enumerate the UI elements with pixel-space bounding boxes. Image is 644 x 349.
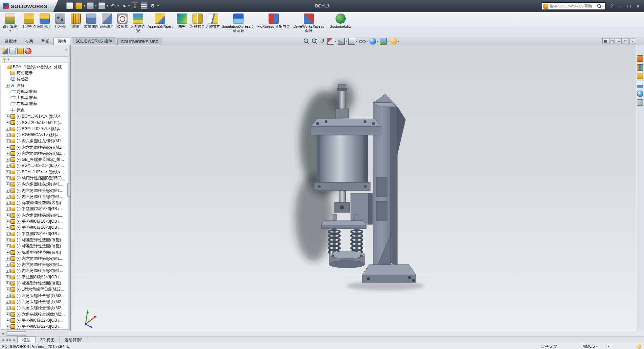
tree-item[interactable]: + (-) 平垫圈C级16×3[GB /... bbox=[1, 218, 68, 224]
expander-icon[interactable]: + bbox=[6, 226, 9, 229]
save-icon[interactable] bbox=[87, 2, 94, 9]
scroll-left-icon[interactable]: ◀ bbox=[0, 331, 5, 336]
expander-icon[interactable]: + bbox=[6, 288, 9, 291]
study-tab[interactable]: 运动算例1 bbox=[60, 336, 88, 343]
tree-item[interactable]: + (-) 内六角圆柱头螺钉M1... bbox=[1, 194, 68, 200]
zoom-area-icon[interactable] bbox=[311, 38, 318, 45]
expander-icon[interactable]: + bbox=[6, 158, 9, 161]
tree-item[interactable]: + (-) BGYLJ-01<1> (默认< bbox=[1, 113, 68, 119]
file-properties-icon[interactable] bbox=[141, 2, 147, 9]
graphics-viewport[interactable] bbox=[70, 45, 636, 331]
dropdown-caret-icon[interactable]: ▼ bbox=[345, 40, 347, 43]
expander-icon[interactable]: + bbox=[6, 201, 9, 205]
ribbon-button[interactable]: SimulationXpress 分析向导 bbox=[221, 12, 256, 37]
rebuild-icon[interactable] bbox=[132, 2, 138, 9]
tree-item[interactable]: + (-) GB_杆端关节轴承_带... bbox=[1, 156, 68, 163]
custom-properties-icon[interactable] bbox=[637, 99, 643, 106]
expander-icon[interactable]: + bbox=[6, 195, 9, 199]
zoom-fit-icon[interactable] bbox=[303, 38, 310, 45]
expander-icon[interactable]: + bbox=[6, 182, 9, 186]
ribbon-button[interactable]: 间隙验证 bbox=[37, 12, 52, 37]
tree-item[interactable]: + 传感器 bbox=[1, 76, 68, 82]
close-window-icon[interactable]: × bbox=[629, 38, 635, 44]
tree-item[interactable]: + (-) BGYLJ-020<1> (默认... bbox=[1, 126, 68, 132]
tree-item[interactable]: + (-) HGH55CA<1> (默认... bbox=[1, 132, 68, 138]
tree-item[interactable]: + BGYLJ (默认<<默认>_外观... bbox=[1, 64, 68, 70]
tree-item[interactable]: + (-) 内六角圆柱头螺钉M1... bbox=[1, 268, 68, 274]
ribbon-button[interactable]: Sustainability bbox=[326, 12, 355, 37]
dropdown-caret-icon[interactable]: ▼ bbox=[366, 40, 368, 43]
expander-icon[interactable]: + bbox=[6, 263, 9, 267]
help-indicator-icon[interactable] bbox=[637, 344, 641, 349]
tree-item[interactable]: + (-) 内六角圆柱头螺钉M1... bbox=[1, 255, 68, 261]
close-icon[interactable]: × bbox=[635, 3, 641, 9]
expander-icon[interactable]: + bbox=[6, 220, 9, 223]
last-tab-icon[interactable]: ▶ bbox=[13, 338, 17, 342]
edit-appearance-icon[interactable] bbox=[369, 38, 376, 45]
expander-icon[interactable]: + bbox=[6, 189, 9, 193]
expander-icon[interactable]: + bbox=[6, 127, 9, 131]
expander-icon[interactable]: + bbox=[6, 214, 9, 217]
tree-item[interactable]: + 原点 bbox=[1, 107, 68, 113]
display-style-icon[interactable] bbox=[348, 38, 355, 45]
dropdown-caret-icon[interactable]: ▼ bbox=[157, 5, 159, 7]
propertymanager-icon[interactable] bbox=[9, 48, 16, 54]
dropdown-caret-icon[interactable]: ▼ bbox=[335, 40, 337, 43]
ribbon-button[interactable]: AssemblyXpert bbox=[146, 12, 174, 37]
tree-item[interactable]: + (-) 六角头螺栓全螺纹(M2... bbox=[1, 305, 68, 311]
search-help-icon[interactable]: ? bbox=[543, 4, 548, 9]
tree-item[interactable]: + (-) 轴用弹性挡圈B型35[G... bbox=[1, 175, 68, 181]
dropdown-caret-icon[interactable]: ▼ bbox=[117, 5, 119, 7]
expander-icon[interactable]: + bbox=[6, 232, 9, 236]
tree-item[interactable]: + (-) 平垫圈C级22×3[GB /... bbox=[1, 274, 68, 280]
restore-window-icon[interactable]: ▢ bbox=[623, 38, 628, 44]
apply-scene-icon[interactable] bbox=[380, 38, 387, 45]
design-library-icon[interactable] bbox=[637, 64, 643, 71]
expander-icon[interactable]: + bbox=[6, 170, 9, 174]
print-icon[interactable] bbox=[98, 2, 105, 9]
ribbon-button[interactable]: 比较文档 bbox=[205, 12, 221, 37]
help-icon[interactable]: ? bbox=[608, 3, 615, 9]
dropdown-caret-icon[interactable]: ▼ bbox=[128, 5, 130, 7]
select-icon[interactable] bbox=[121, 3, 127, 9]
tree-item[interactable]: + (-) 标准型弹性垫圈(装配) bbox=[1, 249, 68, 255]
expander-icon[interactable]: + bbox=[6, 176, 9, 180]
hide-show-items-icon[interactable] bbox=[359, 38, 366, 45]
study-tab[interactable]: 3D 视图 bbox=[36, 336, 60, 343]
maximize-icon[interactable]: ▢ bbox=[626, 3, 632, 9]
appearances-icon[interactable] bbox=[637, 91, 643, 97]
dropdown-caret-icon[interactable]: ▼ bbox=[376, 40, 379, 43]
study-tab[interactable]: 模型 bbox=[17, 336, 36, 343]
command-tab[interactable]: 装配体 bbox=[1, 38, 21, 45]
tree-item[interactable]: + (-) 内六角圆柱头螺钉(M1... bbox=[1, 138, 68, 144]
search-dropdown-caret-icon[interactable]: ▼ bbox=[602, 5, 604, 7]
command-tab[interactable]: 草图 bbox=[37, 38, 53, 45]
panel-tabs-overflow-icon[interactable]: » bbox=[65, 47, 67, 51]
expander-icon[interactable]: + bbox=[6, 84, 9, 88]
tree-item[interactable]: + (-) BGYLJ-03<1> (默认<... bbox=[1, 169, 68, 175]
ribbon-button[interactable]: 装配体直观 bbox=[130, 12, 146, 37]
featuremanager-tree-icon[interactable] bbox=[2, 48, 8, 54]
tree-item[interactable]: + (-) 内六角圆柱头螺钉(M1... bbox=[1, 144, 68, 150]
tree-item[interactable]: + (-) 内六角圆柱头螺钉M1... bbox=[1, 212, 68, 218]
expander-icon[interactable]: + bbox=[6, 238, 9, 242]
ribbon-button[interactable]: 曲率 bbox=[174, 12, 190, 37]
units-selector[interactable]: MMGS ▼ bbox=[582, 344, 598, 349]
expander-icon[interactable]: + bbox=[6, 294, 9, 298]
tree-item[interactable]: + (-) 内六角圆柱头螺钉M1... bbox=[1, 188, 68, 194]
expander-icon[interactable]: + bbox=[6, 139, 9, 143]
tree-item[interactable]: + (-) 六角头螺栓全螺纹(M2... bbox=[1, 299, 68, 305]
tree-item[interactable]: + 右视基准面 bbox=[1, 101, 68, 107]
tree-item[interactable]: + (-) 六角头螺栓全螺纹(M2... bbox=[1, 311, 68, 317]
tree-item[interactable]: + (-) 标准型弹性垫圈(装配) bbox=[1, 243, 68, 249]
tree-item[interactable]: + (-) BGYLJ-02<1> (默认<... bbox=[1, 163, 68, 169]
expander-icon[interactable]: + bbox=[6, 115, 9, 118]
expander-icon[interactable]: + bbox=[6, 313, 9, 316]
ribbon-button[interactable]: 质量属性 bbox=[84, 12, 99, 37]
expander-icon[interactable]: + bbox=[6, 244, 9, 248]
ribbon-button[interactable]: FloXpress 分析向导 bbox=[256, 12, 291, 37]
expander-icon[interactable]: + bbox=[6, 121, 9, 124]
tree-item[interactable]: + 历史记录 bbox=[1, 70, 68, 76]
expander-icon[interactable]: + bbox=[6, 269, 9, 273]
dropdown-caret-icon[interactable]: ▼ bbox=[95, 5, 97, 7]
